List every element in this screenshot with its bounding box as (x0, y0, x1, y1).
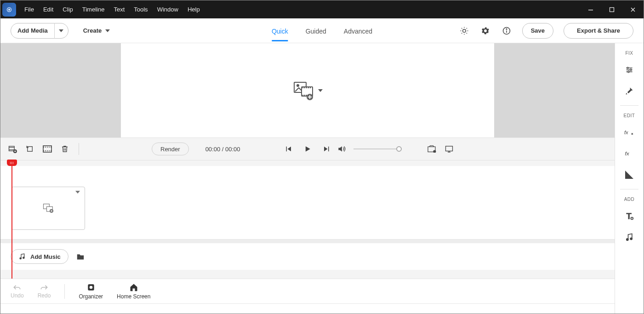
titlebar: File Edit Clip Timeline Text Tools Windo… (0, 0, 644, 18)
svg-point-1 (9, 9, 10, 10)
svg-point-25 (89, 286, 92, 289)
add-music-button[interactable]: Add Music (11, 249, 68, 264)
svg-point-23 (23, 257, 24, 258)
filmstrip-icon[interactable] (42, 143, 53, 154)
color-icon[interactable] (620, 165, 639, 184)
undo-icon (12, 284, 22, 291)
music-icon[interactable] (620, 228, 639, 247)
render-button[interactable]: Render (152, 143, 189, 155)
audio-track: Add Music (0, 243, 615, 270)
create-button[interactable]: Create (79, 27, 114, 34)
text-icon[interactable] (620, 206, 639, 226)
home-label: Home Screen (117, 293, 150, 300)
add-media-label: Add Media (11, 27, 54, 34)
next-frame-button[interactable] (321, 143, 332, 154)
add-clip-icon[interactable] (7, 143, 18, 154)
window-close-button[interactable] (622, 2, 644, 17)
home-icon (129, 283, 138, 292)
menu-text[interactable]: Text (109, 0, 129, 18)
timeline-ruler[interactable]: III (0, 160, 615, 166)
section-edit-label: EDIT (624, 113, 635, 118)
svg-point-22 (20, 257, 21, 259)
volume-slider[interactable] (353, 148, 399, 149)
preview-area (0, 43, 615, 137)
prev-frame-button[interactable] (283, 143, 294, 154)
svg-text:fx: fx (624, 130, 628, 135)
svg-point-28 (628, 71, 629, 73)
tools-icon[interactable] (620, 81, 639, 101)
trash-icon[interactable] (59, 143, 70, 154)
tab-guided[interactable]: Guided (306, 20, 326, 41)
organizer-label: Organizer (79, 293, 103, 300)
add-media-small-icon (42, 202, 55, 215)
brightness-icon[interactable] (459, 25, 470, 36)
timeline: III Add Music (0, 160, 615, 279)
redo-icon (40, 284, 49, 291)
status-bar (0, 303, 615, 314)
toolbar: Add Media Create Quick Guided Advanced S… (0, 18, 644, 43)
menu-help[interactable]: Help (183, 0, 205, 18)
tab-advanced[interactable]: Advanced (344, 20, 372, 41)
svg-point-4 (462, 29, 466, 32)
organizer-icon (86, 283, 96, 292)
section-fix-label: FIX (625, 51, 633, 56)
add-media-button[interactable]: Add Media (11, 23, 68, 39)
svg-point-27 (630, 69, 632, 70)
svg-point-17 (433, 150, 436, 153)
svg-point-33 (630, 238, 632, 240)
window-maximize-button[interactable] (601, 2, 622, 17)
snapshot-icon[interactable] (426, 143, 437, 154)
folder-icon[interactable] (75, 251, 86, 262)
playhead-line (11, 160, 12, 279)
add-media-placeholder-icon (292, 80, 314, 102)
create-label: Create (83, 27, 102, 34)
add-music-label: Add Music (30, 253, 61, 260)
gear-icon[interactable] (480, 25, 491, 36)
redo-label: Redo (38, 292, 51, 299)
adjust-icon[interactable] (620, 60, 639, 80)
play-button[interactable] (302, 143, 313, 154)
menu-edit[interactable]: Edit (39, 0, 58, 18)
save-button[interactable]: Save (522, 23, 553, 39)
menu-clip[interactable]: Clip (58, 0, 77, 18)
fx-alt-icon[interactable]: fx (620, 123, 639, 142)
redo-button[interactable]: Redo (38, 284, 51, 299)
svg-point-7 (506, 29, 507, 29)
tab-quick[interactable]: Quick (272, 20, 288, 41)
home-screen-button[interactable]: Home Screen (117, 283, 150, 300)
info-icon[interactable] (501, 25, 512, 36)
empty-clip-slot[interactable] (11, 187, 85, 230)
svg-rect-12 (9, 146, 15, 151)
undo-button[interactable]: Undo (11, 284, 24, 299)
chevron-down-icon (318, 89, 323, 92)
music-note-icon (18, 253, 26, 260)
menu-file[interactable]: File (20, 0, 39, 18)
chevron-down-icon (105, 29, 110, 32)
menu-window[interactable]: Window (153, 0, 183, 18)
chevron-down-icon[interactable] (75, 191, 80, 194)
export-share-button[interactable]: Export & Share (564, 23, 633, 39)
fx-icon[interactable]: fx (620, 144, 639, 163)
undo-label: Undo (11, 292, 24, 299)
playhead[interactable]: III (7, 160, 17, 166)
preview-canvas[interactable] (121, 43, 494, 137)
svg-rect-18 (446, 146, 453, 151)
organizer-button[interactable]: Organizer (79, 283, 103, 300)
svg-point-9 (297, 85, 299, 86)
svg-text:fx: fx (625, 150, 630, 156)
svg-rect-2 (588, 10, 593, 11)
chevron-down-icon[interactable] (54, 23, 68, 39)
window-minimize-button[interactable] (580, 2, 601, 17)
video-track[interactable] (0, 166, 615, 240)
fullscreen-icon[interactable] (444, 143, 455, 154)
svg-point-26 (627, 67, 628, 69)
bottom-bar: Undo Redo Organizer Home Screen (0, 279, 615, 303)
volume-icon[interactable] (336, 143, 347, 154)
timecode: 00:00 / 00:00 (205, 146, 240, 153)
menu-tools[interactable]: Tools (129, 0, 152, 18)
menu-timeline[interactable]: Timeline (78, 0, 109, 18)
rotate-icon[interactable] (24, 143, 35, 154)
app-icon (2, 3, 16, 17)
svg-point-32 (627, 239, 628, 240)
svg-rect-3 (610, 7, 614, 11)
